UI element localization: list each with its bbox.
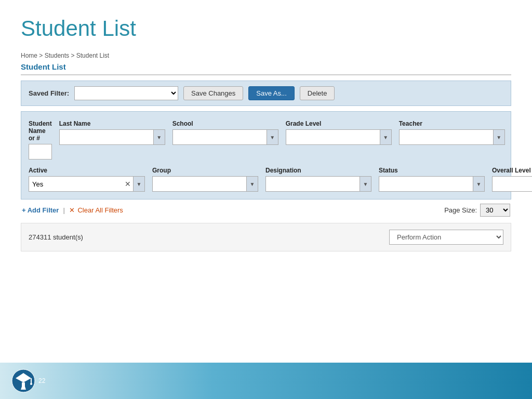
footer-logo — [10, 368, 36, 394]
filter-label-grade-level: Grade Level — [286, 120, 392, 127]
page-title: Student List — [21, 16, 511, 42]
filter-active-wrap: ✕ ▼ — [29, 176, 145, 192]
page-size-select[interactable]: 10 20 30 50 100 — [480, 204, 510, 217]
section-heading: Student List — [21, 62, 511, 75]
svg-rect-2 — [22, 382, 25, 387]
filter-status: Status ▼ — [379, 167, 485, 192]
results-count: 274311 student(s) — [29, 233, 83, 241]
breadcrumb-sep1: > — [39, 52, 44, 59]
filter-designation-wrap: ▼ — [265, 176, 371, 192]
filter-last-name-wrap: ▼ — [59, 129, 165, 145]
saved-filter-label: Saved Filter: — [29, 89, 69, 97]
filter-links: Add Filter | ✕ Clear All Filters — [22, 206, 123, 214]
delete-button[interactable]: Delete — [300, 86, 335, 100]
filter-dropdown-designation[interactable]: ▼ — [360, 177, 371, 191]
filter-dropdown-last-name[interactable]: ▼ — [153, 130, 165, 144]
filter-label-overall-level: Overall Level — [492, 167, 532, 174]
filter-dropdown-school[interactable]: ▼ — [267, 130, 278, 144]
clear-filters-icon: ✕ — [69, 206, 77, 214]
filter-input-grade-level[interactable] — [286, 130, 380, 144]
filter-panel: Student Name or # Last Name ▼ School — [21, 111, 511, 200]
breadcrumb-student-list: Student List — [76, 52, 109, 59]
svg-point-5 — [30, 383, 32, 385]
filter-label-last-name: Last Name — [59, 120, 165, 127]
page-title-area: Student List — [0, 0, 532, 52]
page-wrapper: Student List Home > Students > Student L… — [0, 0, 532, 399]
filter-school: School ▼ — [172, 120, 278, 159]
breadcrumb-students[interactable]: Students — [45, 52, 69, 59]
filter-input-last-name[interactable] — [60, 130, 153, 144]
filter-school-wrap: ▼ — [172, 129, 278, 145]
breadcrumb-home[interactable]: Home — [21, 52, 37, 59]
filter-active: Active ✕ ▼ — [29, 167, 145, 192]
breadcrumb-sep2: > — [71, 52, 76, 59]
filter-label-active: Active — [29, 167, 145, 174]
filter-label-school: School — [172, 120, 278, 127]
filter-label-status: Status — [379, 167, 485, 174]
saved-filter-select[interactable] — [74, 86, 178, 100]
results-row: 274311 student(s) Perform Action Export … — [21, 223, 511, 251]
filter-input-designation[interactable] — [266, 177, 360, 191]
clear-filters-label: Clear All Filters — [77, 206, 123, 214]
filter-group: Group ▼ — [152, 167, 258, 192]
filter-designation: Designation ▼ — [265, 167, 371, 192]
filter-separator: | — [63, 206, 64, 214]
filter-status-wrap: ▼ — [379, 176, 485, 192]
filter-input-student-name[interactable] — [29, 144, 52, 159]
filter-overall-level: Overall Level ▼ — [492, 167, 532, 192]
filter-overall-level-wrap: ▼ — [492, 176, 532, 192]
filter-dropdown-teacher[interactable]: ▼ — [493, 130, 504, 144]
filter-grade-level: Grade Level ▼ — [286, 120, 392, 159]
page-size-area: Page Size: 10 20 30 50 100 — [444, 204, 510, 217]
filter-label-student-name: Student Name or # — [29, 120, 52, 142]
filter-group-wrap: ▼ — [152, 176, 258, 192]
footer: 22 — [0, 363, 532, 399]
clear-filters-link[interactable]: ✕ Clear All Filters — [69, 206, 123, 214]
breadcrumb: Home > Students > Student List — [21, 52, 511, 59]
add-filter-link[interactable]: Add Filter — [22, 206, 59, 214]
filter-label-designation: Designation — [265, 167, 371, 174]
filter-label-group: Group — [152, 167, 258, 174]
filter-grade-level-wrap: ▼ — [286, 129, 392, 145]
filter-teacher: Teacher ▼ — [399, 120, 505, 159]
filter-row-1: Student Name or # Last Name ▼ School — [29, 120, 503, 159]
filter-input-school[interactable] — [173, 130, 267, 144]
page-size-label: Page Size: — [444, 206, 477, 214]
filter-dropdown-status[interactable]: ▼ — [473, 177, 484, 191]
filter-last-name: Last Name ▼ — [59, 120, 165, 159]
filter-label-teacher: Teacher — [399, 120, 505, 127]
filter-input-overall-level[interactable] — [493, 177, 532, 191]
filter-input-status[interactable] — [379, 177, 473, 191]
saved-filter-row: Saved Filter: Save Changes Save As... De… — [21, 81, 511, 106]
filter-input-group[interactable] — [153, 177, 246, 191]
filter-student-name: Student Name or # — [29, 120, 52, 159]
filter-teacher-wrap: ▼ — [399, 129, 505, 145]
perform-action-select[interactable]: Perform Action Export Print Assign Group… — [389, 230, 503, 245]
main-content: Home > Students > Student List Student L… — [0, 52, 532, 262]
footer-page-number: 22 — [38, 377, 45, 384]
filter-actions: Add Filter | ✕ Clear All Filters Page Si… — [21, 204, 511, 217]
filter-row-2: Active ✕ ▼ Group ▼ D — [29, 167, 503, 192]
save-as-button[interactable]: Save As... — [248, 86, 295, 100]
filter-clear-active[interactable]: ✕ — [123, 180, 133, 188]
filter-input-teacher[interactable] — [400, 130, 493, 144]
filter-dropdown-active[interactable]: ▼ — [133, 177, 144, 191]
filter-input-active[interactable] — [29, 177, 123, 191]
save-changes-button[interactable]: Save Changes — [183, 86, 243, 100]
filter-dropdown-grade-level[interactable]: ▼ — [380, 130, 391, 144]
filter-dropdown-group[interactable]: ▼ — [246, 177, 258, 191]
